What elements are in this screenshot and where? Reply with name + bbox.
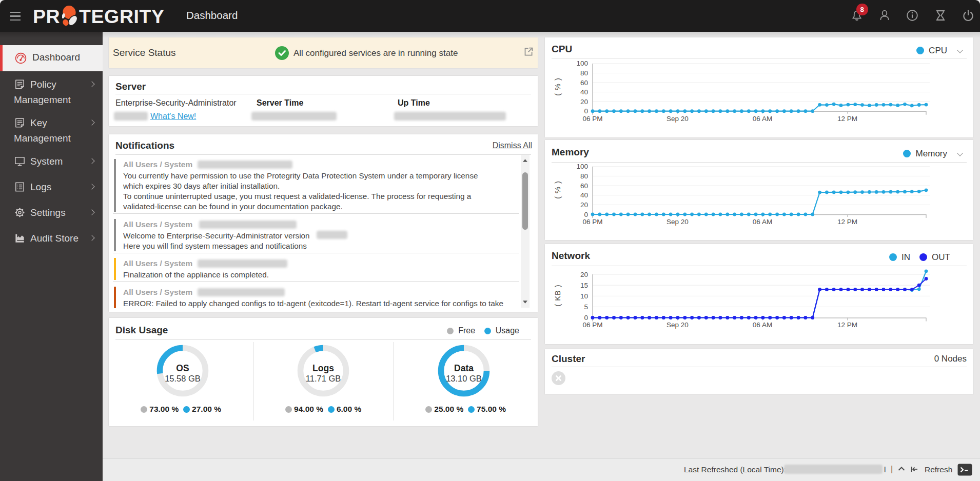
- svg-text:40: 40: [580, 191, 588, 199]
- svg-text:5: 5: [584, 303, 588, 311]
- svg-text:0: 0: [584, 107, 588, 115]
- svg-text:11.71 GB: 11.71 GB: [306, 374, 341, 383]
- svg-text:06 AM: 06 AM: [753, 218, 772, 226]
- svg-text:Sep 20: Sep 20: [667, 321, 689, 329]
- svg-text:15: 15: [580, 282, 588, 289]
- svg-text:OS: OS: [176, 363, 189, 373]
- svg-text:100: 100: [576, 163, 588, 170]
- svg-text:06 PM: 06 PM: [582, 218, 602, 226]
- svg-text:Sep 20: Sep 20: [667, 115, 689, 123]
- svg-text:20: 20: [580, 201, 588, 209]
- svg-text:06 AM: 06 AM: [753, 321, 772, 329]
- svg-text:15.58 GB: 15.58 GB: [165, 374, 201, 383]
- svg-text:60: 60: [580, 182, 588, 190]
- svg-text:Logs: Logs: [312, 363, 334, 373]
- svg-text:40: 40: [580, 88, 588, 96]
- svg-text:12 PM: 12 PM: [837, 115, 857, 123]
- svg-text:Data: Data: [454, 363, 474, 373]
- svg-text:100: 100: [576, 59, 588, 67]
- svg-text:0: 0: [584, 211, 588, 218]
- svg-text:20: 20: [580, 271, 588, 278]
- svg-text:20: 20: [580, 98, 588, 106]
- svg-text:06 PM: 06 PM: [582, 115, 602, 123]
- svg-text:06 PM: 06 PM: [582, 321, 602, 329]
- svg-text:12 PM: 12 PM: [837, 321, 857, 329]
- svg-text:80: 80: [580, 172, 588, 180]
- svg-text:60: 60: [580, 79, 588, 87]
- svg-text:12 PM: 12 PM: [837, 218, 857, 226]
- svg-text:80: 80: [580, 69, 588, 77]
- svg-text:10: 10: [580, 292, 588, 300]
- svg-text:06 AM: 06 AM: [753, 115, 772, 123]
- svg-text:Sep 20: Sep 20: [667, 218, 689, 226]
- svg-text:13.10 GB: 13.10 GB: [446, 374, 482, 383]
- svg-text:0: 0: [584, 314, 588, 322]
